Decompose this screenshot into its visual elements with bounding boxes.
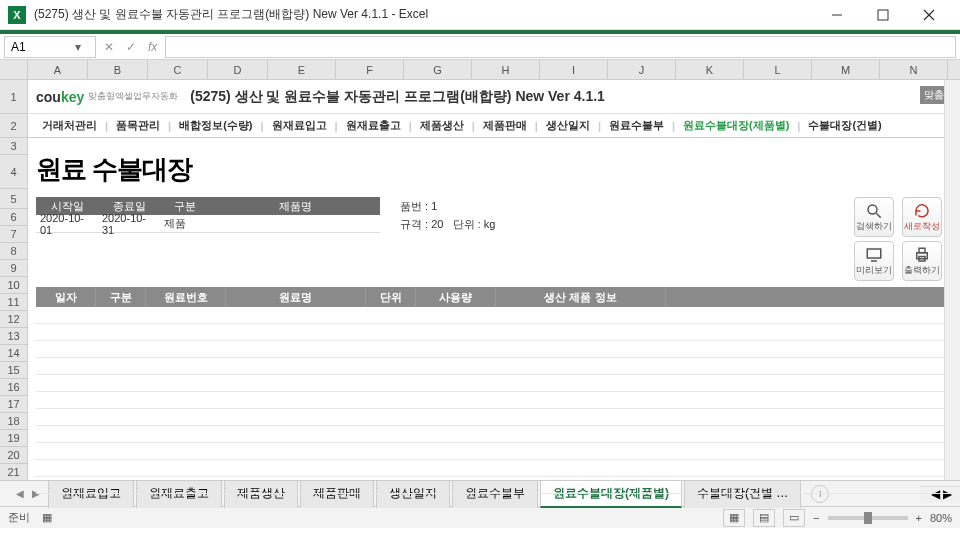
select-all-corner[interactable] bbox=[0, 60, 28, 79]
maximize-button[interactable] bbox=[860, 0, 906, 30]
macro-icon[interactable]: ▦ bbox=[42, 511, 52, 524]
data-col-0: 일자 bbox=[36, 287, 96, 307]
preview-button[interactable]: 미리보기 bbox=[854, 241, 894, 281]
row-header-4[interactable]: 4 bbox=[0, 155, 27, 189]
confirm-icon[interactable]: ✓ bbox=[126, 40, 136, 54]
nav-item-6[interactable]: 제품판매 bbox=[475, 118, 535, 133]
filter-value-1[interactable]: 2020-10-31 bbox=[98, 215, 160, 232]
zoom-in-button[interactable]: + bbox=[916, 512, 922, 524]
col-header-D[interactable]: D bbox=[208, 60, 268, 79]
table-row[interactable] bbox=[36, 426, 952, 443]
col-header-E[interactable]: E bbox=[268, 60, 336, 79]
vertical-scrollbar[interactable] bbox=[944, 80, 960, 480]
tab-nav-prev[interactable]: ◀ bbox=[16, 488, 24, 499]
filter-value-0[interactable]: 2020-10-01 bbox=[36, 215, 98, 232]
row-header-19[interactable]: 19 bbox=[0, 430, 27, 447]
nav-item-9[interactable]: 원료수불대장(제품별) bbox=[675, 118, 797, 133]
nav-item-8[interactable]: 원료수불부 bbox=[601, 118, 672, 133]
nav-item-3[interactable]: 원재료입고 bbox=[264, 118, 335, 133]
table-row[interactable] bbox=[36, 409, 952, 426]
row-header-7[interactable]: 7 bbox=[0, 226, 27, 243]
col-header-M[interactable]: M bbox=[812, 60, 880, 79]
row-header-17[interactable]: 17 bbox=[0, 396, 27, 413]
view-normal-button[interactable]: ▦ bbox=[723, 509, 745, 527]
nav-item-1[interactable]: 품목관리 bbox=[108, 118, 168, 133]
row-header-6[interactable]: 6 bbox=[0, 209, 27, 226]
row-header-11[interactable]: 11 bbox=[0, 294, 27, 311]
logo-subtitle: 맞춤형엑셀업무자동화 bbox=[88, 90, 178, 103]
cancel-icon[interactable]: ✕ bbox=[104, 40, 114, 54]
col-header-H[interactable]: H bbox=[472, 60, 540, 79]
nav-item-0[interactable]: 거래처관리 bbox=[34, 118, 105, 133]
excel-icon: X bbox=[8, 6, 26, 24]
svg-rect-6 bbox=[867, 249, 881, 258]
view-break-button[interactable]: ▭ bbox=[783, 509, 805, 527]
col-header-I[interactable]: I bbox=[540, 60, 608, 79]
minimize-button[interactable] bbox=[814, 0, 860, 30]
nav-item-5[interactable]: 제품생산 bbox=[412, 118, 472, 133]
table-row[interactable] bbox=[36, 358, 952, 375]
table-row[interactable] bbox=[36, 477, 952, 494]
col-header-C[interactable]: C bbox=[148, 60, 208, 79]
col-header-K[interactable]: K bbox=[676, 60, 744, 79]
fx-icon[interactable]: fx bbox=[148, 40, 157, 54]
filter-value-2[interactable]: 제품 bbox=[160, 215, 210, 232]
chevron-down-icon[interactable]: ▾ bbox=[75, 40, 89, 54]
window-title: (5275) 생산 및 원료수불 자동관리 프로그램(배합량) New Ver … bbox=[34, 6, 814, 23]
meta-unit-value: kg bbox=[484, 218, 496, 230]
new-button[interactable]: 새로작성 bbox=[902, 197, 942, 237]
zoom-level[interactable]: 80% bbox=[930, 512, 952, 524]
name-box[interactable]: A1 ▾ bbox=[4, 36, 96, 58]
row-header-20[interactable]: 20 bbox=[0, 447, 27, 464]
table-row[interactable] bbox=[36, 443, 952, 460]
search-button[interactable]: 검색하기 bbox=[854, 197, 894, 237]
row-header-8[interactable]: 8 bbox=[0, 243, 27, 260]
col-header-A[interactable]: A bbox=[28, 60, 88, 79]
table-row[interactable] bbox=[36, 307, 952, 324]
nav-item-7[interactable]: 생산일지 bbox=[538, 118, 598, 133]
nav-item-10[interactable]: 수불대장(건별) bbox=[800, 118, 889, 133]
print-button[interactable]: 출력하기 bbox=[902, 241, 942, 281]
row-header-21[interactable]: 21 bbox=[0, 464, 27, 481]
data-col-3: 원료명 bbox=[226, 287, 366, 307]
col-header-L[interactable]: L bbox=[744, 60, 812, 79]
table-row[interactable] bbox=[36, 460, 952, 477]
formula-input[interactable] bbox=[165, 36, 956, 58]
row-header-1[interactable]: 1 bbox=[0, 80, 27, 114]
svg-line-5 bbox=[876, 213, 881, 218]
close-button[interactable] bbox=[906, 0, 952, 30]
data-col-2: 원료번호 bbox=[146, 287, 226, 307]
data-col-6: 생산 제품 정보 bbox=[496, 287, 666, 307]
table-row[interactable] bbox=[36, 341, 952, 358]
zoom-out-button[interactable]: − bbox=[813, 512, 819, 524]
filter-header-2: 구분 bbox=[160, 197, 210, 215]
row-header-10[interactable]: 10 bbox=[0, 277, 27, 294]
row-header-13[interactable]: 13 bbox=[0, 328, 27, 345]
table-row[interactable] bbox=[36, 375, 952, 392]
app-title: (5275) 생산 및 원료수불 자동관리 프로그램(배합량) New Ver … bbox=[190, 88, 605, 106]
table-row[interactable] bbox=[36, 324, 952, 341]
view-page-button[interactable]: ▤ bbox=[753, 509, 775, 527]
col-header-B[interactable]: B bbox=[88, 60, 148, 79]
col-header-F[interactable]: F bbox=[336, 60, 404, 79]
table-row[interactable] bbox=[36, 392, 952, 409]
zoom-slider[interactable] bbox=[828, 516, 908, 520]
nav-item-4[interactable]: 원재료출고 bbox=[338, 118, 409, 133]
svg-rect-9 bbox=[919, 248, 925, 253]
row-header-5[interactable]: 5 bbox=[0, 189, 27, 209]
col-header-N[interactable]: N bbox=[880, 60, 948, 79]
row-header-16[interactable]: 16 bbox=[0, 379, 27, 396]
row-header-12[interactable]: 12 bbox=[0, 311, 27, 328]
row-header-9[interactable]: 9 bbox=[0, 260, 27, 277]
refresh-icon bbox=[913, 202, 931, 220]
filter-value-3[interactable] bbox=[210, 215, 380, 232]
row-header-14[interactable]: 14 bbox=[0, 345, 27, 362]
row-header-15[interactable]: 15 bbox=[0, 362, 27, 379]
meta-prod-no-value: 1 bbox=[431, 200, 437, 212]
col-header-G[interactable]: G bbox=[404, 60, 472, 79]
row-header-2[interactable]: 2 bbox=[0, 114, 27, 138]
row-header-3[interactable]: 3 bbox=[0, 138, 27, 155]
row-header-18[interactable]: 18 bbox=[0, 413, 27, 430]
col-header-J[interactable]: J bbox=[608, 60, 676, 79]
nav-item-2[interactable]: 배합정보(수량) bbox=[171, 118, 260, 133]
